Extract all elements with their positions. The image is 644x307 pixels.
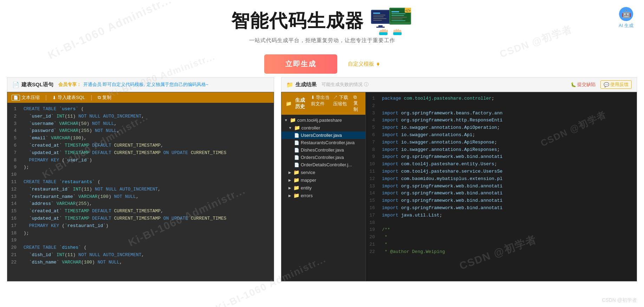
- tree-file-orders-controller[interactable]: 📄 OrdersController.java: [281, 154, 365, 161]
- compress-icon: 📄: [12, 95, 20, 101]
- use-feedback-button[interactable]: 💬 使用反馈: [600, 80, 632, 89]
- svg-text:</>: </>: [405, 9, 410, 13]
- export-file-button[interactable]: ⬇ 导出当前文件: [311, 94, 330, 113]
- tree-file-orderdetails-controller[interactable]: 📄 OrderDetailsController.j...: [281, 161, 365, 168]
- sql-code-area[interactable]: 1 2 3 4 5 6 7 8 9 10 11 12 13 14 15 16 1…: [7, 103, 274, 281]
- generate-button[interactable]: 立即生成: [264, 54, 337, 74]
- tree-folder-controller[interactable]: 📁 controller: [281, 124, 365, 132]
- entity-arrow-icon: [288, 186, 291, 190]
- sql-panel-title: 建表SQL语句: [21, 81, 53, 88]
- custom-template-label: 自定义模板: [348, 61, 374, 67]
- users-controller-label: UsersController.java: [301, 133, 342, 138]
- custom-template-button[interactable]: 自定义模板 ♦: [348, 60, 379, 68]
- result-line-numbers: 1 2 3 4 5 6 7 8 9 10 11 12 13 14 15 16 1: [366, 92, 378, 259]
- header-subtitle: 一站式代码生成平台，拒绝重复劳动，让您专注于重要工作: [249, 37, 395, 44]
- copy-result-icon: ⧉: [353, 94, 357, 100]
- header-title-row: 智能代码生成器 </>: [231, 7, 413, 35]
- svg-rect-15: [391, 15, 404, 16]
- controller-arrow-icon: [288, 126, 292, 130]
- import-icon: ⬇: [52, 95, 56, 100]
- action-row: 立即生成 自定义模板 ♦: [0, 54, 644, 74]
- orders-controller-file-icon: 📄: [294, 155, 299, 160]
- file-tree: 📁 com.tool4j.pasteshare 📁 controller 📄 U…: [281, 115, 366, 281]
- header-decoration-icon: </>: [371, 7, 413, 35]
- tree-file-users-controller[interactable]: 📄 UsersController.java: [281, 132, 365, 139]
- sql-panel-icon: 📄: [12, 81, 19, 88]
- svg-rect-27: [398, 29, 399, 33]
- root-folder-icon: 📁: [290, 117, 296, 123]
- orderdetails-controller-label: OrderDetailsController.j...: [301, 162, 352, 167]
- code-view[interactable]: 1 2 3 4 5 6 7 8 9 10 11 12 13 14 15 16 1: [366, 92, 637, 281]
- svg-rect-24: [386, 30, 388, 33]
- dishes-controller-label: DishesController.java: [301, 147, 344, 153]
- tree-root-label: com.tool4j.pasteshare: [297, 118, 342, 123]
- header: 🤖 AI 生成 智能代码生成器: [0, 0, 644, 47]
- errors-folder-icon: 📁: [293, 193, 299, 198]
- svg-rect-16: [391, 17, 407, 18]
- ai-generate-label: AI 生成: [619, 22, 633, 29]
- svg-rect-26: [396, 29, 397, 33]
- history-label: 生成历史: [295, 97, 307, 110]
- svg-rect-17: [391, 19, 403, 19]
- submit-bug-button[interactable]: 🐛 提交缺陷: [571, 81, 596, 88]
- mapper-folder-icon: 📁: [293, 177, 299, 183]
- orders-controller-label: OrdersController.java: [301, 155, 344, 160]
- svg-rect-4: [373, 16, 384, 17]
- restaurants-controller-label: RestaurantsController.java: [301, 140, 354, 145]
- result-panel: 📁 生成历史 ⬇ 导出当前文件 ↗ 下载压缩包 ⧉ 复制: [281, 92, 637, 281]
- import-sql-button[interactable]: ⬇ 导入建表SQL: [52, 94, 85, 101]
- users-controller-file-icon: 📄: [294, 133, 299, 138]
- controller-label: controller: [301, 125, 320, 131]
- mapper-label: mapper: [301, 178, 316, 183]
- mapper-arrow-icon: [288, 178, 291, 182]
- member-link[interactable]: 开通会员 即可自定义代码模板, 定义独属于您自己的编码风格~: [83, 81, 208, 88]
- orderdetails-controller-file-icon: 📄: [294, 162, 299, 167]
- svg-rect-5: [373, 18, 386, 19]
- tree-file-restaurants-controller[interactable]: 📄 RestaurantsController.java: [281, 139, 365, 146]
- svg-rect-13: [391, 11, 399, 12]
- result-panel-icon: 📁: [286, 81, 293, 88]
- svg-rect-18: [391, 20, 405, 21]
- tree-toolbar-icon: 📁: [286, 101, 292, 106]
- controller-folder-icon: 📁: [294, 125, 300, 131]
- tree-folder-errors[interactable]: 📁 errors: [281, 192, 365, 199]
- tree-folder-entity[interactable]: 📁 entity: [281, 184, 365, 192]
- bug-icon: 🐛: [571, 82, 576, 87]
- sql-toolbar: 📄 文本压缩 | ⬇ 导入建表SQL | ⧉ 复制: [7, 92, 274, 103]
- ai-robot-icon: 🤖: [619, 7, 633, 21]
- svg-rect-21: [380, 30, 382, 33]
- tree-toolbar: 📁 生成历史 ⬇ 导出当前文件 ↗ 下载压缩包 ⧉ 复制: [281, 92, 365, 115]
- copy-result-button[interactable]: ⧉ 复制: [353, 94, 361, 113]
- page-title: 智能代码生成器: [231, 9, 364, 33]
- download-icon: ↗: [333, 95, 338, 100]
- tree-file-dishes-controller[interactable]: 📄 DishesController.java: [281, 146, 365, 154]
- feedback-icon: 💬: [604, 82, 609, 87]
- fail-info-label: 可能生成失败的情况 ⓘ: [321, 81, 369, 88]
- main-layout: 📄 文本压缩 | ⬇ 导入建表SQL | ⧉ 复制 1 2 3 4 5 6 7: [0, 92, 644, 281]
- svg-rect-25: [393, 30, 395, 33]
- svg-rect-28: [400, 30, 401, 33]
- sql-code-content[interactable]: CREATE TABLE `users` ( `user_id` INT(11)…: [20, 103, 274, 281]
- svg-rect-29: [379, 32, 388, 35]
- sql-editor-panel: 📄 文本压缩 | ⬇ 导入建表SQL | ⧉ 复制 1 2 3 4 5 6 7: [7, 92, 274, 281]
- result-code-content[interactable]: package com.tool4j.pasteshare.controller…: [378, 92, 637, 259]
- compress-button[interactable]: 📄 文本压缩: [12, 94, 40, 101]
- export-icon: ⬇: [311, 95, 315, 100]
- svg-rect-30: [393, 32, 402, 35]
- svg-rect-2: [373, 13, 380, 14]
- result-panel-title: 生成结果: [295, 81, 317, 88]
- copy-sql-button[interactable]: ⧉ 复制: [98, 94, 111, 101]
- errors-arrow-icon: [288, 194, 291, 198]
- tree-root[interactable]: 📁 com.tool4j.pasteshare: [281, 116, 365, 124]
- tree-folder-mapper[interactable]: 📁 mapper: [281, 176, 365, 184]
- errors-label: errors: [301, 193, 313, 198]
- tree-folder-service[interactable]: 📁 service: [281, 168, 365, 176]
- svg-rect-23: [384, 29, 386, 33]
- svg-rect-6: [373, 20, 382, 21]
- download-zip-button[interactable]: ↗ 下载压缩包: [333, 94, 350, 113]
- dishes-controller-file-icon: 📄: [294, 148, 299, 153]
- service-arrow-icon: [288, 171, 291, 174]
- service-label: service: [301, 170, 315, 175]
- ai-generate-button[interactable]: 🤖 AI 生成: [619, 7, 633, 29]
- svg-rect-22: [382, 29, 384, 33]
